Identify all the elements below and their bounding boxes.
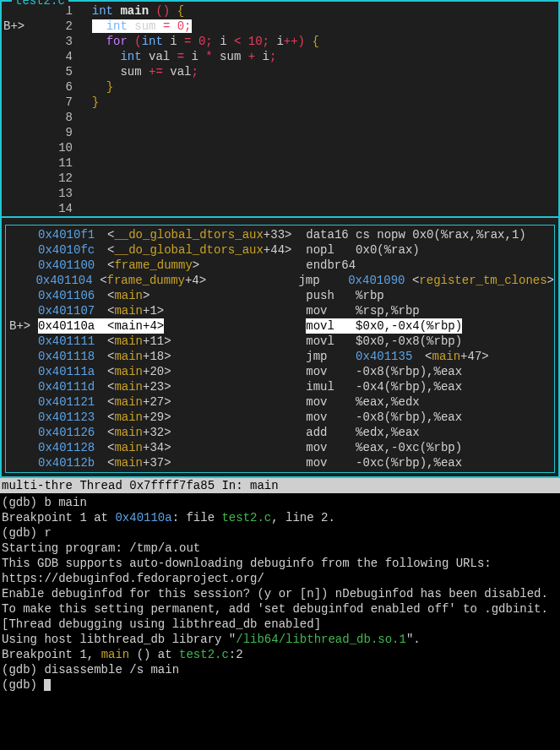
asm-symbol: main xyxy=(114,456,143,470)
asm-line[interactable]: 0x401111 <main+11> movl $0x0,-0x8(%rbp) xyxy=(6,334,554,349)
source-line[interactable]: 3 for (int i = 0; i < 10; i++) { xyxy=(2,34,558,49)
breakpoint-margin[interactable] xyxy=(2,171,54,186)
asm-symbol: __do_global_dtors_aux xyxy=(114,228,263,242)
asm-instruction: movl $0x0,-0x8(%rbp) xyxy=(306,334,462,349)
asm-symbol: main xyxy=(114,289,143,302)
breakpoint-margin[interactable] xyxy=(9,273,35,288)
console-line: This GDB supports auto-downloading debug… xyxy=(2,556,558,571)
breakpoint-margin[interactable] xyxy=(2,155,54,171)
asm-line[interactable]: 0x401121 <main+27> mov %eax,%edx xyxy=(6,394,554,410)
line-number: 11 xyxy=(54,155,78,171)
source-line[interactable]: 6 } xyxy=(2,79,558,95)
breakpoint-margin[interactable] xyxy=(2,201,54,216)
source-line[interactable]: 9 xyxy=(2,125,558,140)
cursor[interactable] xyxy=(44,679,51,691)
asm-line[interactable]: B+>0x40110a <main+4> movl $0x0,-0x4(%rbp… xyxy=(6,318,554,334)
source-line[interactable]: 5 sum += val; xyxy=(2,64,558,79)
asm-symbol: main xyxy=(114,395,143,409)
line-number: 12 xyxy=(54,171,78,186)
source-line[interactable]: 8 xyxy=(2,110,558,125)
breakpoint-margin[interactable] xyxy=(2,140,54,155)
breakpoint-margin[interactable]: B+> xyxy=(9,318,38,334)
breakpoint-margin[interactable] xyxy=(9,455,38,470)
asm-body[interactable]: 0x4010f1 <__do_global_dtors_aux+33> data… xyxy=(5,225,555,473)
asm-line[interactable]: 0x401104 <frame_dummy+4> jmp 0x401090 <r… xyxy=(6,273,554,288)
asm-instruction: mov -0x8(%rbp),%eax xyxy=(306,410,462,425)
asm-line[interactable]: 0x40111a <main+20> mov -0x8(%rbp),%eax xyxy=(6,364,554,379)
breakpoint-margin[interactable] xyxy=(9,258,38,273)
asm-line[interactable]: 0x401106 <main> push %rbp xyxy=(6,288,554,303)
source-code xyxy=(78,186,558,201)
asm-line[interactable]: 0x401126 <main+32> add %edx,%eax xyxy=(6,425,554,440)
breakpoint-margin[interactable] xyxy=(2,186,54,201)
asm-line[interactable]: 0x40111d <main+23> imul -0x4(%rbp),%eax xyxy=(6,379,554,394)
asm-line[interactable]: 0x401107 <main+1> mov %rsp,%rbp xyxy=(6,303,554,318)
breakpoint-margin[interactable] xyxy=(9,440,38,455)
breakpoint-margin[interactable] xyxy=(9,379,38,394)
breakpoint-margin[interactable]: B+> xyxy=(2,19,54,34)
source-line[interactable]: 7 } xyxy=(2,95,558,110)
line-number: 2 xyxy=(54,19,78,34)
breakpoint-margin[interactable] xyxy=(2,125,54,140)
breakpoint-margin[interactable] xyxy=(9,303,38,318)
breakpoint-margin[interactable] xyxy=(9,334,38,349)
console-line: Enable debuginfod for this session? (y o… xyxy=(2,586,558,601)
breakpoint-margin[interactable] xyxy=(2,34,54,49)
source-line[interactable]: 10 xyxy=(2,140,558,155)
source-code: } xyxy=(78,79,558,95)
source-line[interactable]: 1 int main () { xyxy=(2,3,558,19)
breakpoint-margin[interactable] xyxy=(9,288,38,303)
source-line[interactable]: 13 xyxy=(2,186,558,201)
asm-line[interactable]: 0x4010f1 <__do_global_dtors_aux+33> data… xyxy=(6,227,554,242)
console-line: Breakpoint 1 at 0x40110a: file test2.c, … xyxy=(2,510,558,525)
asm-line[interactable]: 0x401128 <main+34> mov %eax,-0xc(%rbp) xyxy=(6,440,554,455)
source-line[interactable]: 4 int val = i * sum + i; xyxy=(2,49,558,64)
asm-line[interactable]: 0x401100 <frame_dummy> endbr64 xyxy=(6,258,554,273)
asm-address: 0x40111a xyxy=(38,364,107,379)
breakpoint-margin[interactable] xyxy=(9,425,38,440)
gdb-console[interactable]: (gdb) b mainBreakpoint 1 at 0x40110a: fi… xyxy=(0,493,560,693)
source-body[interactable]: 1 int main () {B+>2 int sum = 0;3 for (i… xyxy=(2,3,558,216)
asm-address: 0x401106 xyxy=(38,288,107,303)
breakpoint-margin[interactable] xyxy=(9,394,38,410)
asm-instruction: mov -0x8(%rbp),%eax xyxy=(306,364,462,379)
asm-instruction: data16 cs nopw 0x0(%rax,%rax,1) xyxy=(306,227,525,242)
asm-symbol: main xyxy=(114,365,143,378)
asm-symbol: main xyxy=(114,380,143,394)
source-code xyxy=(78,155,558,171)
status-bar: multi-thre Thread 0x7ffff7fa85 In: main xyxy=(0,478,560,493)
breakpoint-margin[interactable] xyxy=(9,410,38,425)
breakpoint-margin[interactable] xyxy=(2,64,54,79)
asm-line[interactable]: 0x4010fc <__do_global_dtors_aux+44> nopl… xyxy=(6,242,554,258)
line-number: 7 xyxy=(54,95,78,110)
source-line[interactable]: 11 xyxy=(2,155,558,171)
asm-symbol: main xyxy=(114,441,143,454)
source-code: } xyxy=(78,95,558,110)
breakpoint-margin[interactable] xyxy=(9,364,38,379)
breakpoint-margin[interactable] xyxy=(9,349,38,364)
line-number: 8 xyxy=(54,110,78,125)
source-line[interactable]: 14 xyxy=(2,201,558,216)
source-line[interactable]: B+>2 int sum = 0; xyxy=(2,19,558,34)
line-number: 6 xyxy=(54,79,78,95)
source-code xyxy=(78,171,558,186)
asm-line[interactable]: 0x401123 <main+29> mov -0x8(%rbp),%eax xyxy=(6,410,554,425)
console-line: (gdb) disassemble /s main xyxy=(2,662,558,677)
source-line[interactable]: 12 xyxy=(2,171,558,186)
asm-address: 0x401111 xyxy=(38,334,107,349)
asm-line[interactable]: 0x401118 <main+18> jmp 0x401135 <main+47… xyxy=(6,349,554,364)
breakpoint-margin[interactable] xyxy=(2,95,54,110)
asm-address: 0x401100 xyxy=(38,258,107,273)
asm-symbol: main xyxy=(114,410,143,424)
breakpoint-margin[interactable] xyxy=(2,79,54,95)
line-number: 3 xyxy=(54,34,78,49)
asm-address: 0x401118 xyxy=(38,349,107,364)
asm-address: 0x401104 xyxy=(35,273,100,288)
source-code: int sum = 0; xyxy=(78,19,558,34)
breakpoint-margin[interactable] xyxy=(2,110,54,125)
breakpoint-margin[interactable] xyxy=(9,227,38,242)
asm-line[interactable]: 0x40112b <main+37> mov -0xc(%rbp),%eax xyxy=(6,455,554,470)
breakpoint-margin[interactable] xyxy=(9,242,38,258)
breakpoint-margin[interactable] xyxy=(2,49,54,64)
asm-target-address: 0x401090 xyxy=(348,273,412,288)
